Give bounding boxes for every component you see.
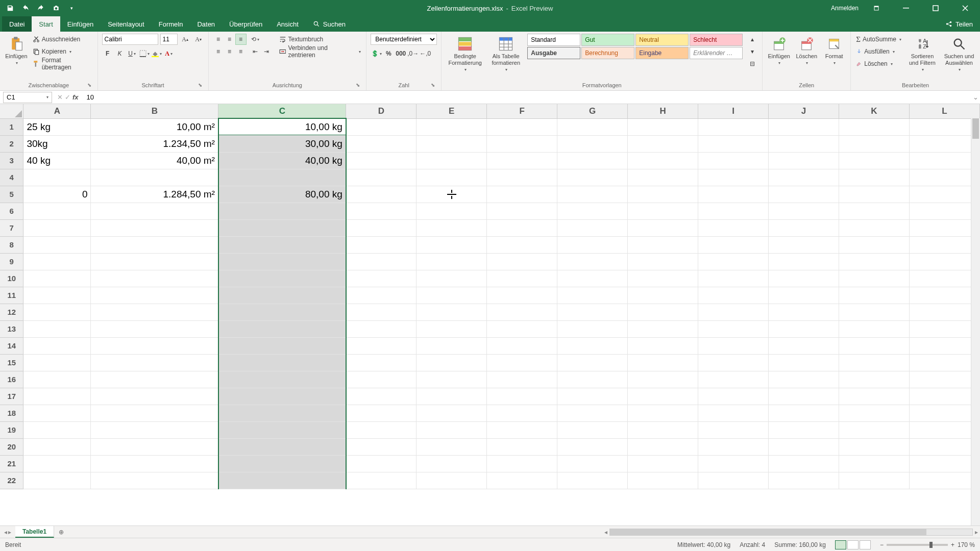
cell-D7[interactable] [346, 219, 416, 236]
cell-L4[interactable] [909, 169, 979, 186]
cell-I19[interactable] [698, 421, 769, 438]
cell-J9[interactable] [769, 253, 839, 270]
cell-C19[interactable] [218, 421, 346, 438]
select-all-corner[interactable] [0, 104, 23, 118]
cell-J7[interactable] [769, 219, 839, 236]
column-header-B[interactable]: B [91, 104, 218, 118]
cell-A17[interactable] [23, 388, 91, 405]
cell-D10[interactable] [346, 270, 416, 287]
cell-F20[interactable] [487, 438, 557, 455]
cell-D12[interactable] [346, 304, 416, 320]
cell-H4[interactable] [628, 169, 698, 186]
alignment-launcher-icon[interactable]: ⬊ [355, 82, 361, 88]
decrease-decimal-icon[interactable]: ←,0 [420, 48, 431, 59]
cell-B14[interactable] [91, 337, 218, 354]
cell-A4[interactable] [23, 169, 91, 186]
column-header-E[interactable]: E [416, 104, 487, 118]
cell-C16[interactable] [218, 371, 346, 388]
cell-E2[interactable] [416, 135, 487, 152]
cell-E1[interactable] [416, 118, 487, 135]
cell-I6[interactable] [698, 203, 769, 219]
cell-L22[interactable] [909, 472, 979, 489]
italic-icon[interactable]: K [114, 48, 126, 59]
cell-I14[interactable] [698, 337, 769, 354]
cell-B12[interactable] [91, 304, 218, 320]
cell-F6[interactable] [487, 203, 557, 219]
decrease-font-icon[interactable]: A▾ [193, 34, 204, 45]
cell-G14[interactable] [557, 337, 628, 354]
cell-B21[interactable] [91, 455, 218, 472]
cell-F5[interactable] [487, 186, 557, 203]
cell-C4[interactable] [218, 169, 346, 186]
cell-K16[interactable] [839, 371, 910, 388]
delete-cells-button[interactable]: Löschen▾ [794, 34, 819, 77]
cell-E7[interactable] [416, 219, 487, 236]
column-header-J[interactable]: J [769, 104, 839, 118]
tab-daten[interactable]: Daten [190, 16, 222, 32]
cell-E11[interactable] [416, 287, 487, 304]
cell-G7[interactable] [557, 219, 628, 236]
cell-K6[interactable] [839, 203, 910, 219]
cell-G4[interactable] [557, 169, 628, 186]
vertical-scrollbar[interactable] [971, 118, 980, 525]
cell-D16[interactable] [346, 371, 416, 388]
cell-E9[interactable] [416, 253, 487, 270]
cell-I3[interactable] [698, 152, 769, 169]
row-header-21[interactable]: 21 [0, 455, 23, 472]
cell-L7[interactable] [909, 219, 979, 236]
cell-G8[interactable] [557, 236, 628, 253]
sort-filter-button[interactable]: AZSortieren und Filtern▾ [905, 34, 939, 77]
increase-font-icon[interactable]: A▴ [180, 34, 191, 45]
cell-J3[interactable] [769, 152, 839, 169]
cell-I13[interactable] [698, 320, 769, 337]
zoom-in-icon[interactable]: + [951, 541, 954, 548]
cell-H10[interactable] [628, 270, 698, 287]
cell-K22[interactable] [839, 472, 910, 489]
format-cells-button[interactable]: Format▾ [822, 34, 846, 77]
cell-C22[interactable] [218, 472, 346, 489]
format-painter-button[interactable]: Format übertragen [32, 58, 93, 69]
cell-J1[interactable] [769, 118, 839, 135]
cell-I8[interactable] [698, 236, 769, 253]
cell-I16[interactable] [698, 371, 769, 388]
cell-A21[interactable] [23, 455, 91, 472]
row-header-17[interactable]: 17 [0, 388, 23, 405]
cell-C20[interactable] [218, 438, 346, 455]
cell-H12[interactable] [628, 304, 698, 320]
cell-K17[interactable] [839, 388, 910, 405]
cell-K7[interactable] [839, 219, 910, 236]
orientation-icon[interactable]: ⟲▾ [250, 34, 261, 45]
cell-A16[interactable] [23, 371, 91, 388]
cell-E5[interactable] [416, 186, 487, 203]
row-header-9[interactable]: 9 [0, 253, 23, 270]
signin-link[interactable]: Anmelden [831, 5, 859, 12]
cell-G3[interactable] [557, 152, 628, 169]
cell-E19[interactable] [416, 421, 487, 438]
cell-J6[interactable] [769, 203, 839, 219]
cell-A13[interactable] [23, 320, 91, 337]
cell-H5[interactable] [628, 186, 698, 203]
tab-seitenlayout[interactable]: Seitenlayout [101, 16, 152, 32]
cell-B22[interactable] [91, 472, 218, 489]
align-right-icon[interactable]: ≡ [235, 46, 247, 57]
cell-D8[interactable] [346, 236, 416, 253]
cell-L19[interactable] [909, 421, 979, 438]
cell-A10[interactable] [23, 270, 91, 287]
cellstyle-gut[interactable]: Gut [581, 34, 634, 46]
cell-L1[interactable] [909, 118, 979, 135]
font-launcher-icon[interactable]: ⬊ [197, 82, 203, 88]
cell-K12[interactable] [839, 304, 910, 320]
view-page-layout-icon[interactable] [847, 540, 859, 549]
find-select-button[interactable]: Suchen und Auswählen▾ [942, 34, 976, 77]
borders-icon[interactable]: ▾ [139, 48, 150, 59]
cell-B5[interactable]: 1.284,50 m² [91, 186, 218, 203]
cell-D9[interactable] [346, 253, 416, 270]
cell-K19[interactable] [839, 421, 910, 438]
cell-J21[interactable] [769, 455, 839, 472]
new-sheet-button[interactable]: ⊕ [54, 526, 68, 538]
column-header-F[interactable]: F [487, 104, 557, 118]
cell-I5[interactable] [698, 186, 769, 203]
cell-H18[interactable] [628, 405, 698, 421]
cell-G2[interactable] [557, 135, 628, 152]
cell-A18[interactable] [23, 405, 91, 421]
